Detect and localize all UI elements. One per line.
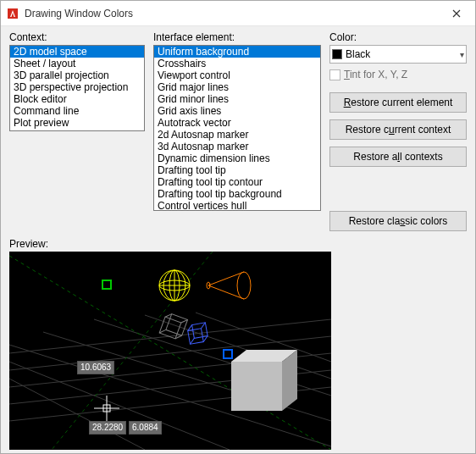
interface-item[interactable]: Autotrack vector (154, 117, 320, 129)
preview-dim-3: 6.0884 (129, 421, 162, 435)
preview-label: Preview: (9, 238, 467, 250)
interface-item[interactable]: Control vertices hull (154, 200, 320, 211)
interface-item[interactable]: Drafting tool tip contour (154, 176, 320, 188)
svg-rect-25 (166, 314, 188, 336)
preview-dim-2: 28.2280 (89, 421, 126, 435)
window-title: Drawing Window Colors (25, 8, 438, 19)
interface-label: Interface element: (153, 31, 321, 43)
tint-xyz-label: Tint for X, Y, Z (344, 69, 407, 80)
context-item[interactable]: 3D parallel projection (10, 69, 144, 81)
svg-line-21 (208, 272, 244, 285)
content-area: Context: 2D model spaceSheet / layout3D … (1, 26, 475, 454)
svg-rect-39 (102, 280, 111, 289)
restore-current-element-button[interactable]: Restore current element (329, 92, 467, 113)
app-icon (6, 7, 19, 20)
restore-current-context-button[interactable]: Restore current context (329, 119, 467, 140)
restore-classic-colors-button[interactable]: Restore classic colors (329, 211, 467, 231)
context-item[interactable]: Plot preview (10, 117, 144, 129)
tint-xyz-checkbox[interactable] (329, 69, 340, 80)
context-item[interactable]: Command line (10, 105, 144, 117)
svg-line-9 (9, 379, 145, 450)
close-button[interactable] (438, 1, 475, 26)
preview-canvas (9, 252, 331, 450)
interface-listbox[interactable]: Uniform backgroundCrosshairsViewport con… (153, 45, 321, 211)
interface-item[interactable]: Grid axis lines (154, 105, 320, 117)
interface-item[interactable]: 3d Autosnap marker (154, 141, 320, 152)
svg-rect-40 (224, 350, 232, 358)
chevron-down-icon: ▾ (460, 50, 464, 59)
preview-dim-1: 10.6063 (77, 361, 114, 374)
svg-rect-30 (188, 329, 204, 345)
interface-item[interactable]: Crosshairs (154, 58, 320, 69)
dialog-drawing-window-colors: Drawing Window Colors Context: 2D model … (0, 0, 476, 454)
interface-item[interactable]: 2d Autosnap marker (154, 129, 320, 141)
context-listbox[interactable]: 2D model spaceSheet / layout3D parallel … (9, 45, 145, 131)
restore-all-contexts-button[interactable]: Restore all contexts (329, 147, 467, 167)
context-item[interactable]: 3D perspective projection (10, 81, 144, 93)
context-item[interactable]: Sheet / layout (10, 58, 144, 69)
color-dropdown[interactable]: Black ▾ (329, 45, 467, 64)
interface-item[interactable]: Uniform background (154, 46, 320, 58)
interface-item[interactable]: Dynamic dimension lines (154, 152, 320, 164)
svg-point-20 (237, 272, 251, 299)
interface-item[interactable]: Grid minor lines (154, 93, 320, 105)
svg-line-13 (52, 252, 213, 450)
color-label: Color: (329, 31, 467, 43)
interface-item[interactable]: Viewport control (154, 69, 320, 81)
context-item[interactable]: Block editor (10, 93, 144, 105)
svg-marker-36 (231, 362, 282, 411)
context-item[interactable]: 2D model space (10, 46, 144, 58)
interface-item[interactable]: Drafting tool tip background (154, 188, 320, 200)
color-swatch (332, 49, 342, 59)
preview-viewport: 10.6063 28.2280 6.0884 (9, 252, 331, 450)
interface-item[interactable]: Drafting tool tip (154, 164, 320, 176)
titlebar: Drawing Window Colors (1, 1, 475, 26)
color-value: Black (346, 48, 457, 60)
svg-rect-31 (192, 323, 208, 339)
interface-item[interactable]: Grid major lines (154, 81, 320, 93)
context-label: Context: (9, 31, 145, 43)
svg-line-22 (208, 285, 244, 299)
tint-xyz-row: Tint for X, Y, Z (329, 69, 467, 80)
